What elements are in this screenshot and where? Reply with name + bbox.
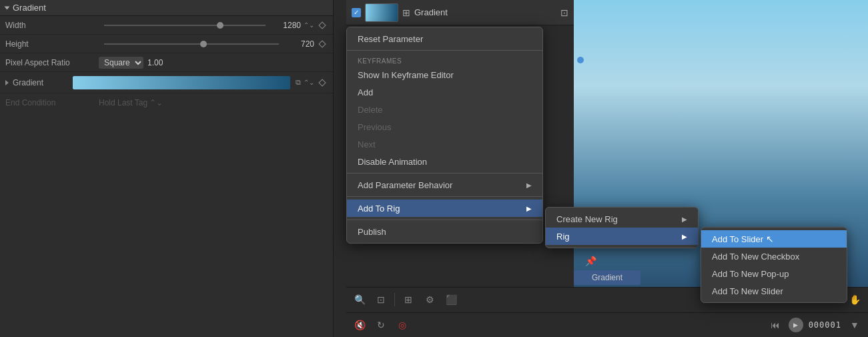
height-label: Height <box>5 39 99 49</box>
end-condition-row: End Condition Hold Last Tag ⌃⌄ <box>0 93 333 112</box>
arrows-icon: ⌃⌄ <box>304 21 314 29</box>
gradient-collapse-icon[interactable] <box>5 80 9 85</box>
menu-keyframes-section: KEYFRAMES <box>347 53 542 66</box>
end-condition-label: End Condition <box>5 98 99 107</box>
visibility-checkbox[interactable]: ✓ <box>352 8 361 17</box>
record-icon[interactable]: ◎ <box>394 317 410 333</box>
timecode-dropdown[interactable]: ▼ <box>847 317 863 333</box>
gradient-property-row: Gradient ⧉ ⌃⌄ <box>0 72 333 93</box>
mute-icon[interactable]: 🔇 <box>352 317 368 333</box>
gradient-diamond-icon <box>318 79 326 86</box>
menu-show-keyframe-editor[interactable]: Show In Keyframe Editor <box>347 66 542 83</box>
copy-icon[interactable]: ⧉ <box>296 78 301 87</box>
context-menu-main: Reset Parameter KEYFRAMES Show In Keyfra… <box>346 27 543 244</box>
menu-add-to-rig[interactable]: Add To Rig ▶ <box>347 200 542 217</box>
submenu-arrow-rig-item: ▶ <box>682 233 687 240</box>
submenu-arrow-rig: ▶ <box>526 205 532 212</box>
timecode-display: 000001 <box>809 320 841 330</box>
menu-divider-3 <box>347 196 542 197</box>
pixel-aspect-row: Pixel Aspect Ratio Square 1.00 <box>0 53 333 72</box>
par-select[interactable]: Square <box>99 57 143 69</box>
menu-previous-keyframe: Previous <box>347 118 542 135</box>
menu-add-to-new-popup[interactable]: Add To New Pop-up <box>701 265 847 282</box>
context-menu-slider: Add To Slider ↖ Add To New Checkbox Add … <box>701 227 847 303</box>
gradient-keyframe[interactable] <box>317 77 328 88</box>
menu-add-parameter-behavior[interactable]: Add Parameter Behavior ▶ <box>347 176 542 194</box>
gradient-swatch[interactable] <box>73 76 290 89</box>
height-value: 720 <box>284 39 314 49</box>
width-label: Width <box>5 21 99 30</box>
gradient-tag: Gradient <box>574 270 640 285</box>
toolbar-separator-1 <box>394 293 395 306</box>
submenu-arrow-create-rig: ▶ <box>682 216 687 223</box>
menu-divider-4 <box>347 220 542 220</box>
width-keyframe[interactable] <box>317 20 328 31</box>
gradient-arrows-icon[interactable]: ⌃⌄ <box>304 79 314 86</box>
loop-icon[interactable]: ↻ <box>373 317 389 333</box>
layer-title: Gradient <box>414 7 556 17</box>
go-to-start-icon[interactable]: ⏮ <box>767 317 783 333</box>
toolbar-bottom-row: 🔇 ↻ ◎ ⏮ ▶ 000001 ▼ <box>346 313 868 338</box>
width-row: Width 1280 ⌃⌄ <box>0 16 333 35</box>
layer-toolbar-icon[interactable]: ⬛ <box>443 292 459 308</box>
layer-options-icon[interactable]: ⊡ <box>560 7 568 18</box>
menu-add-to-new-checkbox[interactable]: Add To New Checkbox <box>701 248 847 265</box>
width-value: 1280 <box>271 21 301 30</box>
par-label: Pixel Aspect Ratio <box>5 58 99 67</box>
pin-icon: 📌 <box>585 256 596 266</box>
hand-tool-icon[interactable]: ✋ <box>847 292 863 308</box>
panel-title: Gradient <box>13 3 46 13</box>
menu-create-new-rig[interactable]: Create New Rig ▶ <box>546 210 698 228</box>
height-keyframe[interactable] <box>317 39 328 49</box>
context-menu-rig: Create New Rig ▶ Rig ▶ <box>545 207 699 248</box>
submenu-arrow-behavior: ▶ <box>526 182 532 189</box>
menu-add-to-slider[interactable]: Add To Slider ↖ <box>701 230 847 248</box>
gradient-icons: ⧉ ⌃⌄ <box>296 78 314 87</box>
menu-disable-animation[interactable]: Disable Animation <box>347 153 542 170</box>
menu-divider-1 <box>347 50 542 51</box>
gradient-property-label: Gradient <box>13 78 73 87</box>
width-options[interactable]: ⌃⌄ <box>304 20 314 31</box>
gradient-icon: ⊞ <box>402 7 410 18</box>
cursor-indicator: ↖ <box>766 234 774 244</box>
height-slider[interactable] <box>104 43 279 45</box>
grid-toolbar-icon[interactable]: ⊞ <box>400 292 416 308</box>
menu-delete-keyframe: Delete <box>347 101 542 118</box>
diamond-icon <box>318 21 326 29</box>
menu-divider-2 <box>347 173 542 174</box>
gear-toolbar-icon[interactable]: ⚙ <box>422 292 438 308</box>
menu-add-to-new-slider[interactable]: Add To New Slider <box>701 282 847 300</box>
width-slider[interactable] <box>104 25 266 26</box>
menu-publish[interactable]: Publish <box>347 223 542 240</box>
panel-header: Gradient <box>0 0 333 16</box>
collapse-icon[interactable] <box>5 6 10 9</box>
play-button[interactable]: ▶ <box>789 318 803 332</box>
menu-reset-parameter[interactable]: Reset Parameter <box>347 30 542 47</box>
height-row: Height 720 <box>0 35 333 53</box>
height-diamond-icon <box>318 40 326 47</box>
menu-next-keyframe: Next <box>347 135 542 153</box>
layer-thumbnail <box>365 3 398 22</box>
check-icon: ✓ <box>354 9 359 16</box>
par-value: 1.00 <box>147 58 163 67</box>
preview-control-dot[interactable] <box>577 57 584 63</box>
menu-add-keyframe[interactable]: Add <box>347 83 542 101</box>
end-condition-value: Hold Last Tag ⌃⌄ <box>99 98 163 107</box>
frame-toolbar-icon[interactable]: ⊡ <box>373 292 389 308</box>
menu-rig[interactable]: Rig ▶ <box>546 228 698 245</box>
play-icon: ▶ <box>793 322 798 328</box>
search-toolbar-icon[interactable]: 🔍 <box>352 292 368 308</box>
top-bar: ✓ ⊞ Gradient ⊡ <box>346 0 574 25</box>
left-panel: Gradient Width 1280 ⌃⌄ Height 720 Pixel … <box>0 0 334 337</box>
